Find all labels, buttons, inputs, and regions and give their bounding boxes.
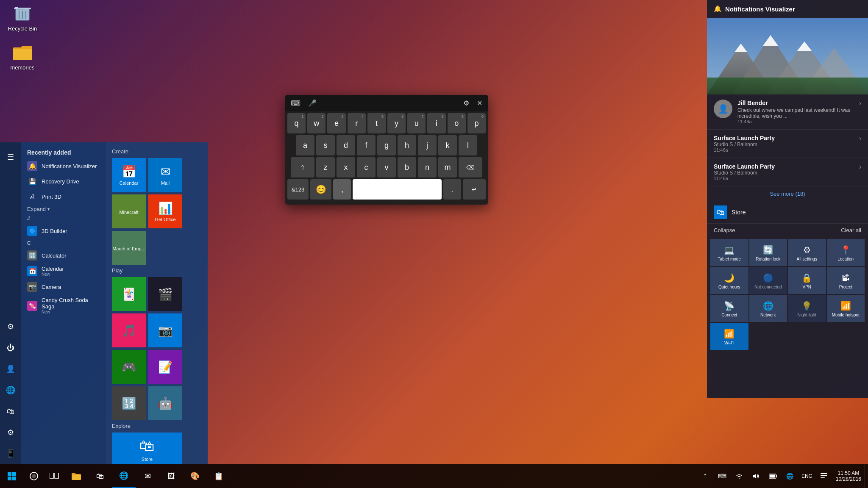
key-k[interactable]: k <box>438 135 457 155</box>
surface-event-chevron-1-icon[interactable]: › <box>859 135 861 142</box>
key-w[interactable]: 2w <box>307 113 326 133</box>
key-special[interactable]: &123 <box>287 179 309 200</box>
qa-tablet-mode[interactable]: 💻 Tablet mode <box>710 239 748 266</box>
key-space[interactable] <box>353 179 441 200</box>
edge-taskbar-button[interactable]: 🌐 <box>112 464 136 488</box>
key-m[interactable]: m <box>438 157 457 177</box>
tile-photos[interactable]: 📷 <box>148 313 182 347</box>
key-g[interactable]: g <box>377 135 396 155</box>
tile-minecraft[interactable]: Minecraft <box>112 194 146 228</box>
key-v[interactable]: v <box>377 157 396 177</box>
key-o[interactable]: 9o <box>448 113 466 133</box>
see-more-button[interactable]: See more (18) <box>707 186 868 201</box>
app-calendar[interactable]: 📅 Calendar New <box>21 263 106 279</box>
qa-vpn[interactable]: 🔒 VPN <box>788 267 826 294</box>
photos-taskbar-button[interactable]: 🖼 <box>159 464 183 488</box>
key-p[interactable]: 0p <box>467 113 486 133</box>
key-shift[interactable]: ⇧ <box>291 157 314 177</box>
key-t[interactable]: 5t <box>367 113 386 133</box>
memories-icon[interactable]: memories <box>3 42 42 71</box>
key-c[interactable]: c <box>357 157 376 177</box>
tile-video[interactable]: 🎬 <box>148 277 182 311</box>
tray-wifi-icon[interactable] <box>731 464 748 488</box>
keyboard-close-icon[interactable]: ✕ <box>475 97 484 109</box>
tile-get-office[interactable]: 📊 Get Office <box>148 194 182 228</box>
recycle-bin-icon[interactable]: Recycle Bin <box>3 3 42 32</box>
qa-connect[interactable]: 📡 Connect <box>710 295 748 322</box>
paint3d-taskbar-button[interactable]: 🎨 <box>183 464 207 488</box>
key-a[interactable]: a <box>296 135 314 155</box>
app-camera[interactable]: 📷 Camera <box>21 279 106 294</box>
tray-expand-icon[interactable]: ⌃ <box>697 464 714 488</box>
key-emoji[interactable]: 😊 <box>310 179 331 200</box>
store-taskbar-button[interactable]: 🛍 <box>88 464 112 488</box>
task-view-button[interactable] <box>44 464 64 488</box>
qa-all-settings[interactable]: ⚙ All settings <box>788 239 826 266</box>
qa-wifi[interactable]: 📶 Wi-Fi <box>710 323 748 350</box>
tile-solitaire[interactable]: 🃏 <box>112 277 146 311</box>
settings-sidebar-icon2[interactable]: ⚙ <box>0 422 21 443</box>
store-notification-row[interactable]: 🛍 Store <box>707 201 868 224</box>
expand-button[interactable]: Expand ▾ <box>21 204 106 214</box>
key-q[interactable]: 1q <box>287 113 306 133</box>
notif-card-jill[interactable]: 👤 Jill Bender Check out where we camped … <box>707 94 868 130</box>
app-calculator[interactable]: 🔢 Calculator <box>21 248 106 263</box>
tile-groove[interactable]: 🎵 <box>112 313 146 347</box>
app-notifications-visualizer[interactable]: 🔔 Notifications Visualizer <box>21 158 106 174</box>
key-u[interactable]: 7u <box>407 113 426 133</box>
tray-volume-icon[interactable] <box>748 464 765 488</box>
key-comma[interactable]: , <box>333 179 351 200</box>
cortana-button[interactable] <box>24 464 44 488</box>
app-candy-crush[interactable]: 🍬 Candy Crush Soda Saga New <box>21 294 106 316</box>
key-e[interactable]: 3e <box>327 113 345 133</box>
keyboard-layout-icon[interactable]: ⌨ <box>289 97 302 109</box>
file-explorer-button[interactable] <box>64 464 88 488</box>
tile-store[interactable]: 🛍 Store <box>112 433 182 464</box>
power-sidebar-icon[interactable]: ⏻ <box>0 337 21 358</box>
key-l[interactable]: l <box>459 135 477 155</box>
notif-event-surface-1[interactable]: Surface Launch Party Studio S / Ballroom… <box>707 130 868 158</box>
qa-location[interactable]: 📍 Location <box>827 239 865 266</box>
key-d[interactable]: d <box>337 135 355 155</box>
globe-sidebar-icon[interactable]: 🌐 <box>0 380 21 401</box>
key-i[interactable]: 8i <box>427 113 445 133</box>
app-3d-builder[interactable]: 🔷 3D Builder <box>21 223 106 238</box>
tray-keyboard-icon[interactable]: ⌨ <box>714 464 731 488</box>
surface-event-chevron-2-icon[interactable]: › <box>859 163 861 171</box>
qa-rotation-lock[interactable]: 🔄 Rotation lock <box>749 239 787 266</box>
app-print3d[interactable]: 🖨 Print 3D <box>21 189 106 204</box>
tile-calc[interactable]: 🔢 <box>112 386 146 420</box>
key-y[interactable]: 6y <box>387 113 406 133</box>
start-scroll-area[interactable]: Recently added 🔔 Notifications Visualize… <box>21 147 106 316</box>
key-b[interactable]: b <box>398 157 416 177</box>
qa-mobile-hotspot[interactable]: 📶 Mobile hotspot <box>827 295 865 322</box>
keyboard-settings-icon[interactable]: ⚙ <box>462 97 471 109</box>
key-s[interactable]: s <box>316 135 335 155</box>
tray-ime-icon[interactable]: ENG <box>798 464 815 488</box>
show-desktop-button[interactable] <box>865 464 868 488</box>
qa-quiet-hours[interactable]: 🌙 Quiet hours <box>710 267 748 294</box>
start-button[interactable] <box>0 464 24 488</box>
key-h[interactable]: h <box>398 135 416 155</box>
tile-march[interactable]: March of Emp... <box>112 231 146 265</box>
hamburger-menu-button[interactable]: ☰ <box>0 147 21 168</box>
tile-mail[interactable]: ✉ Mail <box>148 158 182 192</box>
tile-calendar[interactable]: 📅 Calendar <box>112 158 146 192</box>
tile-robot[interactable]: 🤖 <box>148 386 182 420</box>
notif-event-surface-2[interactable]: Surface Launch Party Studio S / Ballroom… <box>707 158 868 186</box>
app-recovery-drive[interactable]: 💾 Recovery Drive <box>21 174 106 189</box>
devices-sidebar-icon[interactable]: 📱 <box>0 443 21 464</box>
qa-night-light[interactable]: 💡 Night light <box>788 295 826 322</box>
clear-all-button[interactable]: Clear all <box>841 227 861 233</box>
tray-network-icon[interactable]: 🌐 <box>782 464 798 488</box>
user-sidebar-icon[interactable]: 👤 <box>0 358 21 380</box>
key-period[interactable]: . <box>443 179 461 200</box>
settings-sidebar-icon[interactable]: ⚙ <box>0 316 21 337</box>
key-backspace[interactable]: ⌫ <box>459 157 482 177</box>
key-z[interactable]: z <box>316 157 335 177</box>
collapse-button[interactable]: Collapse <box>714 227 735 233</box>
tile-xbox[interactable]: 🎮 <box>112 350 146 384</box>
qa-not-connected[interactable]: 🔵 Not connected <box>749 267 787 294</box>
key-enter[interactable]: ↵ <box>463 179 486 200</box>
key-j[interactable]: j <box>418 135 437 155</box>
